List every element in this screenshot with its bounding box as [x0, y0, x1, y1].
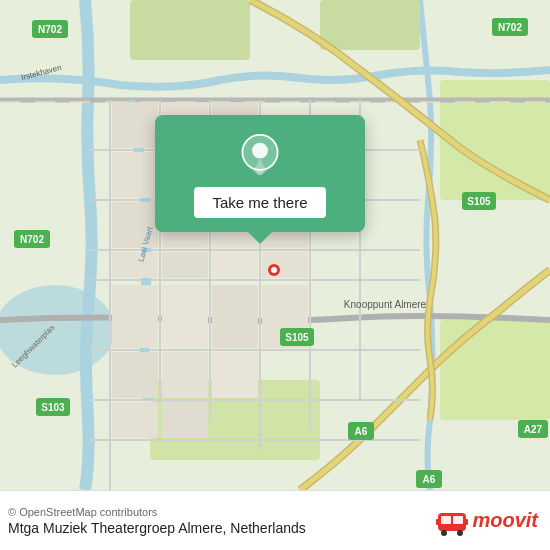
bottom-text-group: © OpenStreetMap contributors Mtga Muziek… — [8, 506, 306, 536]
map-container: N702 N702 N702 S105 S105 S103 A6 A6 A27 … — [0, 0, 550, 490]
svg-rect-72 — [441, 516, 451, 524]
svg-text:N702: N702 — [498, 22, 522, 33]
svg-text:N702: N702 — [20, 234, 44, 245]
popup-card: Take me there — [155, 115, 365, 232]
svg-text:N702: N702 — [38, 24, 62, 35]
location-name: Mtga Muziek Theatergroep Almere, Netherl… — [8, 520, 306, 536]
svg-text:A6: A6 — [355, 426, 368, 437]
svg-rect-5 — [440, 320, 550, 420]
svg-rect-73 — [453, 516, 463, 524]
svg-rect-42 — [112, 402, 158, 438]
svg-rect-31 — [112, 252, 158, 278]
moovit-bus-icon — [436, 505, 468, 537]
svg-rect-20 — [112, 102, 158, 148]
svg-text:A27: A27 — [524, 424, 543, 435]
svg-rect-76 — [436, 519, 439, 525]
svg-rect-33 — [212, 252, 258, 278]
svg-text:A6: A6 — [423, 474, 436, 485]
svg-point-67 — [271, 267, 277, 273]
svg-rect-32 — [162, 252, 208, 278]
svg-rect-77 — [465, 519, 468, 525]
svg-rect-2 — [130, 0, 250, 60]
bottom-bar: © OpenStreetMap contributors Mtga Muziek… — [0, 490, 550, 550]
svg-rect-41 — [212, 352, 258, 398]
svg-point-75 — [457, 530, 463, 536]
svg-text:S103: S103 — [41, 402, 65, 413]
svg-rect-43 — [162, 402, 208, 438]
take-me-there-button[interactable]: Take me there — [194, 187, 325, 218]
svg-rect-3 — [320, 0, 420, 50]
copyright-text: © OpenStreetMap contributors — [8, 506, 306, 518]
svg-rect-23 — [112, 152, 158, 198]
svg-rect-39 — [112, 352, 158, 398]
svg-rect-37 — [212, 285, 258, 348]
svg-point-69 — [252, 143, 268, 159]
svg-rect-40 — [162, 352, 208, 398]
svg-rect-36 — [162, 285, 208, 348]
svg-rect-35 — [112, 285, 158, 348]
svg-text:Knooppunt Almere: Knooppunt Almere — [344, 299, 427, 310]
svg-point-74 — [441, 530, 447, 536]
location-pin-icon — [238, 133, 282, 177]
svg-text:S105: S105 — [467, 196, 491, 207]
svg-rect-34 — [262, 252, 308, 278]
svg-text:S105: S105 — [285, 332, 309, 343]
moovit-brand-text: moovit — [472, 509, 538, 532]
moovit-logo: moovit — [436, 505, 538, 537]
